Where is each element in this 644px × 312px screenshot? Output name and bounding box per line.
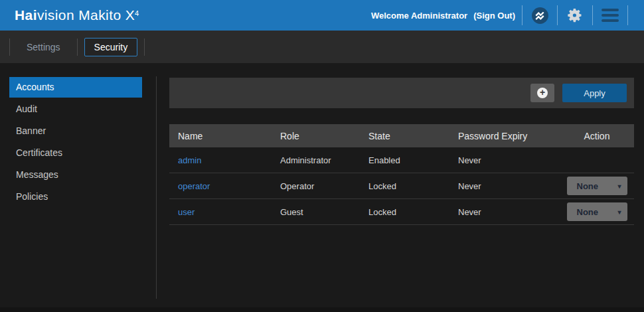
tab-bar: Settings Security — [0, 31, 644, 63]
sidebar-item-messages[interactable]: Messages — [9, 165, 142, 185]
table-header-row: Name Role State Password Expiry Action — [169, 124, 634, 147]
sidebar-item-certificates[interactable]: Certificates — [9, 143, 142, 163]
header-separator — [557, 5, 558, 25]
menu-bar — [602, 14, 619, 17]
column-header-password-expiry: Password Expiry — [458, 131, 560, 141]
menu-bar — [602, 9, 619, 11]
bottom-strip — [0, 307, 644, 312]
brand-bold: Hai — [15, 7, 37, 23]
account-state: Enabled — [368, 155, 458, 165]
sidebar-item-banner[interactable]: Banner — [9, 121, 142, 141]
table-row: operator Operator Locked Never None ▾ — [169, 173, 634, 199]
column-header-action: Action — [560, 131, 634, 141]
action-dropdown[interactable]: None ▾ — [567, 177, 627, 195]
menu-bar — [602, 19, 619, 22]
chevron-down-icon: ▾ — [617, 183, 621, 190]
column-header-state: State — [368, 131, 458, 141]
sidebar-divider — [156, 76, 157, 299]
action-dropdown-value: None — [577, 181, 599, 191]
chevron-down-icon: ▾ — [617, 208, 621, 216]
sign-out-link[interactable]: (Sign Out) — [473, 11, 515, 21]
sidebar-item-audit[interactable]: Audit — [9, 99, 142, 119]
status-waves-glyph — [531, 7, 549, 25]
gear-icon[interactable] — [564, 5, 586, 26]
header-separator — [627, 5, 628, 25]
security-sidebar: Accounts Audit Banner Certificates Messa… — [0, 63, 156, 312]
top-bar-actions: Welcome Administrator (Sign Out) — [371, 0, 635, 31]
table-row: admin Administrator Enabled Never — [169, 147, 634, 173]
header-separator — [522, 5, 523, 25]
accounts-toolbar: + Apply — [169, 78, 634, 108]
account-expiry: Never — [458, 155, 560, 165]
account-expiry: Never — [458, 181, 560, 191]
brand-logo: Haivision Makito X4 — [15, 7, 139, 23]
top-bar: Haivision Makito X4 Welcome Administrato… — [0, 0, 644, 31]
menu-icon[interactable] — [600, 5, 621, 26]
gear-glyph — [567, 7, 583, 23]
account-role: Guest — [280, 207, 368, 217]
action-dropdown-value: None — [577, 207, 599, 217]
column-header-role: Role — [280, 131, 368, 141]
add-account-button[interactable]: + — [530, 84, 554, 102]
accounts-panel: + Apply Name Role State Password Expiry … — [169, 63, 634, 312]
account-role: Operator — [280, 181, 368, 191]
tab-separator — [77, 39, 78, 56]
account-link-admin[interactable]: admin — [178, 155, 201, 165]
account-link-user[interactable]: user — [178, 207, 195, 217]
tab-separator — [9, 39, 10, 56]
tab-separator — [144, 39, 145, 56]
action-dropdown[interactable]: None ▾ — [567, 202, 627, 221]
account-state: Locked — [368, 181, 458, 191]
table-row: user Guest Locked Never None ▾ — [169, 199, 634, 225]
account-expiry: Never — [458, 207, 560, 217]
accounts-table: Name Role State Password Expiry Action a… — [169, 124, 634, 225]
welcome-text: Welcome Administrator — [371, 11, 467, 21]
apply-button[interactable]: Apply — [562, 84, 627, 102]
brand-superscript: 4 — [135, 9, 139, 17]
sidebar-item-accounts[interactable]: Accounts — [9, 77, 142, 98]
status-waves-icon[interactable] — [529, 5, 550, 26]
tab-security[interactable]: Security — [84, 38, 138, 56]
tab-settings[interactable]: Settings — [17, 38, 70, 56]
header-separator — [592, 5, 593, 25]
account-role: Administrator — [280, 155, 368, 165]
column-header-name: Name — [169, 131, 280, 141]
main-area: Accounts Audit Banner Certificates Messa… — [0, 63, 644, 312]
app-window: Haivision Makito X4 Welcome Administrato… — [0, 0, 644, 312]
plus-icon: + — [537, 88, 548, 98]
account-state: Locked — [368, 207, 458, 217]
brand-regular: vision Makito X — [37, 7, 135, 23]
sidebar-item-policies[interactable]: Policies — [9, 187, 142, 207]
account-link-operator[interactable]: operator — [178, 181, 210, 191]
